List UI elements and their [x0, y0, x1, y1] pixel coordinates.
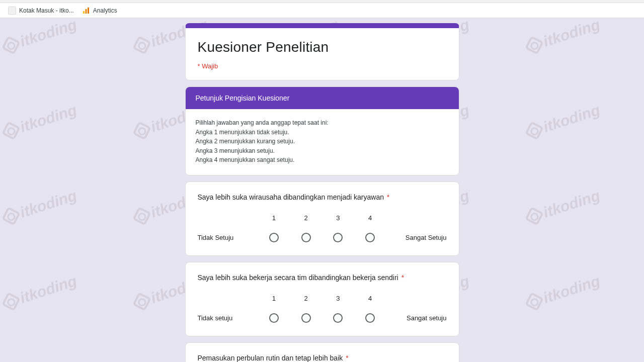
question-card-2: Saya lebih suka bekerja secara tim diban… — [185, 262, 459, 336]
section-line: Angka 1 menunjukkan tidak setuju. — [196, 128, 449, 137]
scale-radio-4[interactable] — [365, 233, 375, 242]
scale-radio-1[interactable] — [269, 233, 279, 242]
scale-high-label: Sangat Setuju — [386, 234, 447, 241]
mail-favicon — [8, 7, 16, 15]
scale-radio-2[interactable] — [301, 313, 311, 323]
bookmark-analytics[interactable]: Analytics — [78, 3, 121, 18]
bookmark-kotak-masuk[interactable]: Kotak Masuk - itko... — [4, 3, 78, 18]
scale-number-3: 3 — [333, 295, 343, 302]
analytics-favicon — [82, 7, 90, 15]
section-line: Angka 4 menunjukkan sangat setuju. — [196, 155, 449, 165]
svg-rect-2 — [88, 8, 89, 14]
section-header: Petunjuk Pengisian Kuesioner — [186, 87, 459, 109]
question-text: Pemasukan perbulan rutin dan tetap lebih… — [198, 354, 447, 362]
question-text: Saya lebih suka wirausaha dibandingkan m… — [198, 193, 447, 201]
scale-radio-2[interactable] — [301, 233, 311, 242]
section-line: Angka 3 menunjukkan setuju. — [196, 146, 449, 156]
scale-radio-3[interactable] — [333, 313, 343, 323]
scale-high-label: Sangat setuju — [386, 314, 447, 322]
section-card: Petunjuk Pengisian Kuesioner Pilihlah ja… — [185, 86, 459, 175]
section-body: Pilihlah jawaban yang anda anggap tepat … — [186, 109, 459, 175]
linear-scale: 1 2 3 4 Tidak setuju Sangat se — [198, 295, 447, 323]
form-container: Kuesioner Penelitian * Wajib Petunjuk Pe… — [0, 18, 644, 362]
scale-number-2: 2 — [301, 214, 311, 222]
scale-number-1: 1 — [269, 214, 279, 222]
svg-rect-1 — [85, 9, 87, 14]
required-note: * Wajib — [198, 62, 447, 70]
form-title: Kuesioner Penelitian — [198, 39, 447, 55]
bookmark-label: Kotak Masuk - itko... — [19, 7, 74, 14]
scale-number-3: 3 — [333, 214, 343, 222]
question-label: Saya lebih suka bekerja secara tim diban… — [198, 274, 398, 282]
scale-number-4: 4 — [365, 214, 375, 222]
section-line: Pilihlah jawaban yang anda anggap tepat … — [196, 118, 449, 128]
linear-scale: 1 2 3 4 Tidak Setuju Sangat Se — [198, 214, 447, 242]
scale-low-label: Tidak Setuju — [198, 234, 258, 241]
scale-radio-4[interactable] — [365, 313, 375, 323]
form-background: itkodingitkodingitkodingitkodingitkoding… — [0, 18, 644, 362]
bookmarks-bar: Kotak Masuk - itko... Analytics — [0, 3, 644, 18]
bookmark-label: Analytics — [93, 7, 117, 14]
scale-radio-3[interactable] — [333, 233, 343, 242]
form-header-card: Kuesioner Penelitian * Wajib — [185, 23, 459, 80]
required-star-icon: * — [387, 193, 389, 201]
question-label: Pemasukan perbulan rutin dan tetap lebih… — [198, 354, 343, 362]
scale-number-4: 4 — [365, 295, 375, 302]
scale-number-2: 2 — [301, 295, 311, 302]
svg-rect-0 — [83, 11, 85, 14]
question-card-1: Saya lebih suka wirausaha dibandingkan m… — [185, 182, 459, 256]
section-line: Angka 2 menunjukkan kurang setuju. — [196, 137, 449, 146]
scale-number-1: 1 — [269, 295, 279, 302]
question-text: Saya lebih suka bekerja secara tim diban… — [198, 274, 447, 282]
question-label: Saya lebih suka wirausaha dibandingkan m… — [198, 193, 384, 201]
scale-low-label: Tidak setuju — [198, 314, 258, 322]
scale-radio-1[interactable] — [269, 313, 279, 323]
question-card-3: Pemasukan perbulan rutin dan tetap lebih… — [185, 342, 459, 362]
required-star-icon: * — [401, 274, 404, 282]
required-star-icon: * — [346, 354, 348, 362]
